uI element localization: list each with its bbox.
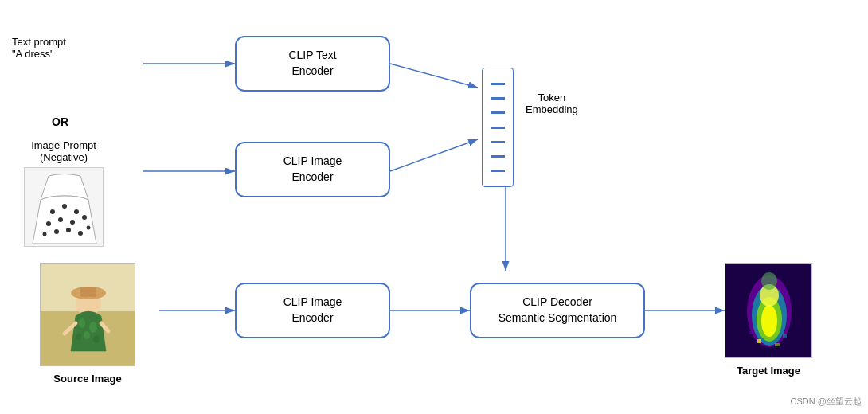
svg-point-39 <box>761 305 777 337</box>
svg-point-10 <box>50 209 55 214</box>
clip-decoder-box: CLIP Decoder Semantic Segmentation <box>470 283 645 338</box>
or-label: OR <box>52 115 68 128</box>
svg-rect-27 <box>80 287 96 297</box>
eq-bar-1 <box>491 83 505 85</box>
svg-point-18 <box>66 228 71 232</box>
eq-bar-5 <box>491 141 505 143</box>
clip-text-encoder-box: CLIP Text Encoder <box>235 36 390 92</box>
svg-point-41 <box>761 272 777 290</box>
clip-image-encoder-bottom-box: CLIP Image Encoder <box>235 283 390 338</box>
token-embedding-label: Token Embedding <box>526 92 578 115</box>
eq-bar-6 <box>491 155 505 158</box>
source-image-thumbnail <box>40 263 135 366</box>
svg-point-28 <box>79 318 85 328</box>
target-image-thumbnail <box>725 263 812 358</box>
text-prompt-label: Text prompt "A dress" <box>12 36 139 60</box>
source-image-label: Source Image <box>40 373 135 385</box>
svg-point-11 <box>62 204 67 209</box>
svg-point-17 <box>54 229 59 234</box>
eq-bar-3 <box>491 111 505 114</box>
token-embedding-bars <box>482 68 514 187</box>
svg-rect-42 <box>757 339 761 343</box>
svg-point-29 <box>89 322 97 333</box>
image-prompt-label: Image Prompt (Negative) <box>12 139 115 163</box>
eq-bar-2 <box>491 97 505 100</box>
clip-image-encoder-top-box: CLIP Image Encoder <box>235 142 390 197</box>
svg-rect-45 <box>749 331 753 334</box>
svg-point-13 <box>46 221 51 226</box>
dress-thumbnail <box>24 167 104 247</box>
svg-rect-43 <box>775 343 780 346</box>
diagram: Text prompt "A dress" OR Image Prompt (N… <box>0 0 868 414</box>
svg-rect-44 <box>783 334 787 338</box>
svg-line-4 <box>390 139 478 171</box>
svg-point-12 <box>74 209 79 214</box>
svg-point-15 <box>70 220 75 225</box>
svg-point-32 <box>93 335 100 343</box>
svg-line-3 <box>390 64 478 88</box>
svg-point-14 <box>58 217 63 222</box>
svg-point-16 <box>82 215 87 220</box>
watermark: CSDN @坐望云起 <box>791 396 862 408</box>
eq-bar-7 <box>491 170 505 172</box>
target-image-label: Target Image <box>725 365 812 377</box>
svg-point-19 <box>78 231 83 236</box>
svg-point-30 <box>84 331 90 339</box>
svg-point-21 <box>87 226 91 230</box>
eq-bar-4 <box>491 127 505 129</box>
svg-point-20 <box>43 232 47 236</box>
svg-point-31 <box>76 334 81 340</box>
